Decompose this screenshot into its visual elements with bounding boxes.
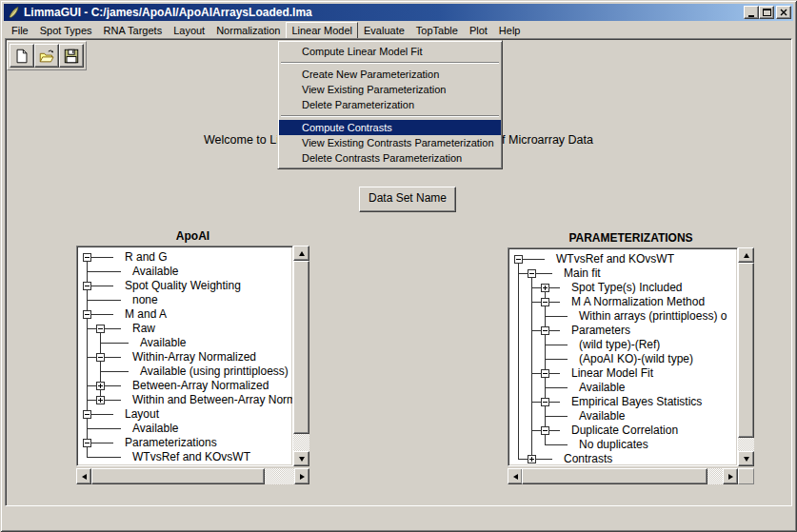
tree-expand-icon[interactable] xyxy=(96,382,105,390)
tree-item-label[interactable]: Available (using printtiploess) xyxy=(140,365,289,379)
menubar-item-file[interactable]: File xyxy=(6,22,34,39)
menubar-item-evaluate[interactable]: Evaluate xyxy=(358,22,410,39)
tree-collapse-icon[interactable] xyxy=(541,398,549,406)
tree-item-label[interactable]: Available xyxy=(579,409,625,424)
tree-item-label[interactable]: Spot Type(s) Included xyxy=(571,281,683,295)
tree-collapse-icon[interactable] xyxy=(83,282,91,290)
tree-collapse-icon[interactable] xyxy=(541,298,549,306)
tree-expand-icon[interactable] xyxy=(541,284,549,292)
tree-item-label[interactable]: WTvsRef and KOvsWT xyxy=(556,252,674,266)
menubar-item-rna-targets[interactable]: RNA Targets xyxy=(98,22,169,39)
menu-item-view-existing-contrasts-parameterization[interactable]: View Existing Contrasts Parameterization xyxy=(279,135,501,150)
tree-expand-icon[interactable] xyxy=(96,396,105,404)
scroll-thumb[interactable] xyxy=(293,261,309,434)
tree-item-label[interactable]: Available xyxy=(579,381,625,395)
tree-row: Available (using printtiploess) xyxy=(79,365,290,379)
arrow-up-icon xyxy=(744,253,749,258)
tree-row: Parameters xyxy=(510,324,735,338)
scroll-up-button[interactable] xyxy=(738,247,754,263)
scroll-thumb[interactable] xyxy=(91,468,265,484)
tree-collapse-icon[interactable] xyxy=(83,253,91,262)
scroll-thumb[interactable] xyxy=(522,468,707,484)
parameterizations-tree-horizontal-scrollbar[interactable] xyxy=(508,468,738,484)
tree-row: Between-Array Normalized xyxy=(79,379,290,393)
tree-collapse-icon[interactable] xyxy=(541,369,549,378)
menu-item-delete-contrasts-parameterization[interactable]: Delete Contrasts Parameterization xyxy=(279,150,501,166)
tree-row: Main fit xyxy=(510,266,735,281)
tree-collapse-icon[interactable] xyxy=(83,310,91,319)
menu-item-compute-contrasts[interactable]: Compute Contrasts xyxy=(279,120,501,135)
menubar-item-normalization[interactable]: Normalization xyxy=(210,22,286,39)
tree-item-label[interactable]: Layout xyxy=(125,407,159,422)
scroll-right-button[interactable] xyxy=(294,468,309,484)
scroll-right-button[interactable] xyxy=(723,468,738,484)
tree-item-label[interactable]: Main fit xyxy=(564,266,601,281)
new-file-button[interactable] xyxy=(10,44,34,68)
menubar-item-layout[interactable]: Layout xyxy=(168,22,210,39)
menu-item-view-existing-parameterization[interactable]: View Existing Parameterization xyxy=(279,82,501,97)
open-file-button[interactable] xyxy=(34,44,59,68)
save-file-button[interactable] xyxy=(59,44,84,68)
tree-row: Raw xyxy=(79,322,290,336)
menubar-item-help[interactable]: Help xyxy=(493,22,527,39)
tree-item-label[interactable]: R and G xyxy=(125,250,168,265)
scroll-down-button[interactable] xyxy=(738,451,754,466)
maximize-button[interactable] xyxy=(759,6,774,19)
tree-item-label[interactable]: Empirical Bayes Statistics xyxy=(571,395,702,409)
tree-item-label[interactable]: No duplicates xyxy=(579,438,648,452)
menu-item-delete-parameterization[interactable]: Delete Parameterization xyxy=(279,97,501,112)
data-set-name-button[interactable]: Data Set Name xyxy=(359,187,456,212)
tree-item-label[interactable]: M and A xyxy=(125,307,167,322)
scroll-left-button[interactable] xyxy=(76,468,91,484)
tree-collapse-icon[interactable] xyxy=(541,326,549,335)
linear-model-menu: Compute Linear Model FitCreate New Param… xyxy=(277,40,503,169)
tree-collapse-icon[interactable] xyxy=(541,426,549,435)
tree-item-label[interactable]: M A Normalization Method xyxy=(571,295,705,309)
tree-item-label[interactable]: Within arrays (printtiploess) o xyxy=(579,309,727,324)
tree-item-label[interactable]: Parameters xyxy=(571,324,630,338)
tree-item-label[interactable]: Within-Array Normalized xyxy=(132,350,256,365)
titlebar[interactable]: LimmaGUI - C:/james/ApoAI/ApoAIArraysLoa… xyxy=(4,4,793,21)
scroll-left-button[interactable] xyxy=(508,468,523,484)
tree-item-label[interactable]: Duplicate Correlation xyxy=(571,424,678,438)
tree-item-label[interactable]: Available xyxy=(140,336,186,350)
tree-expand-icon[interactable] xyxy=(528,455,536,463)
close-icon xyxy=(780,9,787,16)
minimize-button[interactable] xyxy=(744,6,759,19)
menubar: FileSpot TypesRNA TargetsLayoutNormaliza… xyxy=(4,21,793,38)
tree-item-label[interactable]: Contrasts xyxy=(564,452,612,466)
menu-item-create-new-parameterization[interactable]: Create New Parameterization xyxy=(279,67,501,82)
scroll-down-button[interactable] xyxy=(293,451,309,466)
arrow-down-icon xyxy=(744,457,749,462)
tree-item-label[interactable]: Available xyxy=(132,265,178,279)
menubar-item-plot[interactable]: Plot xyxy=(464,22,493,39)
tree-item-label[interactable]: Within and Between-Array Norm xyxy=(132,393,293,407)
tree-collapse-icon[interactable] xyxy=(528,269,536,278)
tree-collapse-icon[interactable] xyxy=(96,353,105,362)
scroll-up-button[interactable] xyxy=(293,246,309,261)
scroll-thumb[interactable] xyxy=(738,263,754,438)
tree-collapse-icon[interactable] xyxy=(83,439,91,447)
menubar-item-linear-model[interactable]: Linear Model xyxy=(286,22,358,39)
tree-item-label[interactable]: Spot Quality Weighting xyxy=(125,279,241,293)
menu-item-compute-linear-model-fit[interactable]: Compute Linear Model Fit xyxy=(279,44,501,59)
tree-item-label[interactable]: none xyxy=(132,293,158,307)
tree-collapse-icon[interactable] xyxy=(514,255,523,264)
menubar-item-spot-types[interactable]: Spot Types xyxy=(34,22,98,39)
parameterizations-tree-vertical-scrollbar[interactable] xyxy=(738,247,754,466)
tree-item-label[interactable]: WTvsRef and KOvsWT xyxy=(132,450,250,464)
tree-item-label[interactable]: Available xyxy=(132,422,178,436)
tree-item-label[interactable]: (ApoAI KO)-(wild type) xyxy=(579,352,693,366)
tree-collapse-icon[interactable] xyxy=(96,325,105,333)
tree-item-label[interactable]: Raw xyxy=(132,322,155,336)
tree-item-label[interactable]: Linear Model Fit xyxy=(571,366,653,381)
apoai-tree-horizontal-scrollbar[interactable] xyxy=(76,468,309,484)
tree-collapse-icon[interactable] xyxy=(83,410,91,419)
apoai-tree-vertical-scrollbar[interactable] xyxy=(293,246,309,466)
tree-item-label[interactable]: Parameterizations xyxy=(125,436,217,450)
close-button[interactable] xyxy=(776,6,791,19)
menubar-item-toptable[interactable]: TopTable xyxy=(410,22,464,39)
tree-item-label[interactable]: Between-Array Normalized xyxy=(132,379,269,393)
tree-item-label[interactable]: (wild type)-(Ref) xyxy=(579,338,660,352)
arrow-right-icon xyxy=(300,474,305,480)
